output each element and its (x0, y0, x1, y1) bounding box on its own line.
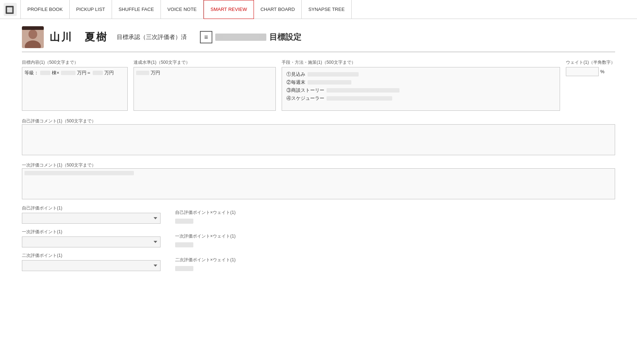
method-label: 手段・方法・施策(1)（500文字まで） (282, 59, 560, 66)
method-line-1: ①見込み (286, 71, 555, 78)
method-line-2: ②毎週末 (286, 79, 555, 86)
goal-content-group: 目標内容(1)（500文字まで） 等級： 棟× 万円＝ 万円 (22, 59, 128, 111)
first-point-label: 一次評価ポイント(1) (22, 229, 161, 235)
method-group: 手段・方法・施策(1)（500文字まで） ①見込み ②毎週末 ③商談ストーリー (282, 59, 560, 111)
self-point-x-value (175, 219, 193, 224)
second-point-x-value (175, 266, 193, 271)
second-point-label: 二次評価ポイント(1) (22, 253, 161, 259)
first-comment-box (22, 168, 615, 199)
nav-voice-note[interactable]: VOICE NOTE (161, 0, 204, 19)
goal-unit2: 万円＝ (77, 70, 91, 76)
self-comment-group: 自己評価コメント(1)（500文字まで） (22, 118, 615, 156)
method-box: ①見込み ②毎週末 ③商談ストーリー ④スケジューラー (282, 67, 560, 111)
first-point-x-label: 一次評価ポイント×ウェイト(1) (175, 233, 236, 239)
achievement-unit: 万円 (151, 70, 160, 76)
nav-items: PROFILE BOOK PICKUP LIST SHUFFLE FACE VO… (20, 0, 352, 19)
nav-pickup-list[interactable]: PICKUP LIST (70, 0, 112, 19)
app-logo: 🔲 (4, 3, 17, 16)
nav-synapse-tree[interactable]: SYNAPSE TREE (302, 0, 351, 19)
goal-unit1: 棟× (52, 70, 59, 76)
first-point-x-value (175, 242, 193, 247)
goal-label: 目標内容(1)（500文字まで） (22, 59, 128, 66)
self-point-select[interactable] (22, 213, 161, 224)
first-comment-label: 一次評価コメント(1)（500文字まで） (22, 163, 96, 168)
method-item-3: ③商談ストーリー (286, 87, 324, 94)
nav-chart-board[interactable]: CHART BOARD (254, 0, 302, 19)
first-point-select[interactable] (22, 236, 161, 247)
weight-unit: % (600, 69, 605, 74)
method-line-3: ③商談ストーリー (286, 87, 555, 94)
nav-shuffle-face[interactable]: SHUFFLE FACE (112, 0, 161, 19)
self-point-group: 自己評価ポイント(1) (22, 205, 161, 224)
nav-smart-review[interactable]: SMART REVIEW (204, 0, 254, 19)
first-comment-group: 一次評価コメント(1)（500文字まで） (22, 162, 615, 199)
svg-text:🔲: 🔲 (5, 5, 14, 14)
doc-icon-area: ≡ 目標設定 (200, 31, 301, 43)
profile-name: 山川 夏樹 (50, 30, 108, 44)
self-comment-label: 自己評価コメント(1)（500文字まで） (22, 118, 96, 124)
top-field-row: 目標内容(1)（500文字まで） 等級： 棟× 万円＝ 万円 達成水準(1)（5… (22, 59, 615, 111)
method-item-4: ④スケジューラー (286, 95, 324, 102)
weight-input[interactable] (566, 67, 599, 76)
nav-profile-book[interactable]: PROFILE BOOK (20, 0, 70, 19)
doc-icon-symbol: ≡ (204, 34, 208, 41)
avatar (22, 26, 44, 48)
goal-content-box: 等級： 棟× 万円＝ 万円 (22, 67, 128, 111)
profile-header: 山川 夏樹 目標承認（三次評価者）済 ≡ 目標設定 (0, 19, 637, 52)
self-point-x-group: 自己評価ポイント×ウェイト(1) (175, 210, 236, 224)
self-comment-textarea[interactable] (22, 124, 615, 155)
self-point-x-label: 自己評価ポイント×ウェイト(1) (175, 210, 236, 216)
weight-label: ウェイト(1)（半角数字） (566, 59, 615, 66)
method-item-2: ②毎週末 (286, 79, 305, 86)
page-title: 目標設定 (269, 32, 301, 43)
main-content: 目標内容(1)（500文字まで） 等級： 棟× 万円＝ 万円 達成水準(1)（5… (0, 52, 637, 283)
method-item-1: ①見込み (286, 71, 305, 78)
self-point-row: 自己評価ポイント(1) 自己評価ポイント×ウェイト(1) (22, 205, 615, 224)
doc-badge (215, 34, 266, 41)
svg-rect-5 (22, 26, 44, 30)
second-point-x-label: 二次評価ポイント×ウェイト(1) (175, 257, 236, 263)
weight-group: ウェイト(1)（半角数字） % (566, 59, 615, 111)
second-point-x-group: 二次評価ポイント×ウェイト(1) (175, 257, 236, 271)
first-point-group: 一次評価ポイント(1) (22, 229, 161, 247)
second-point-row: 二次評価ポイント(1) 二次評価ポイント×ウェイト(1) (22, 253, 615, 271)
svg-point-3 (28, 30, 37, 39)
achievement-label: 達成水準(1)（500文字まで） (134, 59, 276, 66)
doc-icon: ≡ (200, 31, 212, 43)
goal-unit3: 万円 (104, 70, 114, 76)
self-point-label: 自己評価ポイント(1) (22, 205, 161, 211)
second-point-group: 二次評価ポイント(1) (22, 253, 161, 271)
first-point-x-group: 一次評価ポイント×ウェイト(1) (175, 233, 236, 247)
weight-input-wrap: % (566, 67, 615, 76)
method-line-4: ④スケジューラー (286, 95, 555, 102)
achievement-group: 達成水準(1)（500文字まで） 万円 (134, 59, 276, 111)
profile-status: 目標承認（三次評価者）済 (117, 34, 187, 41)
nav-bar: 🔲 PROFILE BOOK PICKUP LIST SHUFFLE FACE … (0, 0, 637, 19)
achievement-box: 万円 (134, 67, 276, 111)
method-items: ①見込み ②毎週末 ③商談ストーリー ④スケジューラー (284, 70, 557, 105)
second-point-select[interactable] (22, 260, 161, 271)
first-point-row: 一次評価ポイント(1) 一次評価ポイント×ウェイト(1) (22, 229, 615, 247)
goal-prefix: 等級： (24, 70, 39, 76)
